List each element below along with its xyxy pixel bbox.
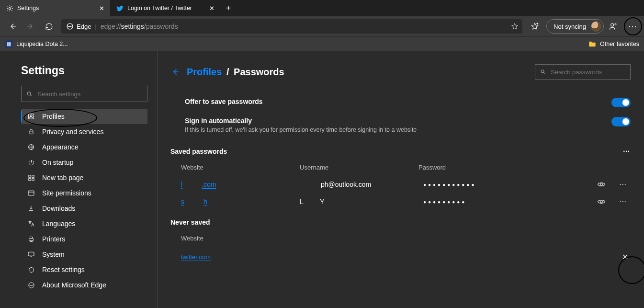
saved-passwords-more-button[interactable]: ⋯ [623,148,631,155]
nav-label: Profiles [42,113,65,120]
svg-point-2 [611,23,614,26]
svg-rect-11 [28,178,30,180]
settings-sidebar: Settings Profiles Privacy and services A… [0,51,158,308]
never-remove-button[interactable]: ✕ [619,251,631,263]
bookmark-liquipedia[interactable]: ▦ Liquipedia Dota 2... [5,40,68,48]
reveal-password-button[interactable] [597,198,616,205]
search-icon [540,68,546,75]
gear-icon [6,4,13,12]
more-menu-button[interactable]: ⋯ [628,18,638,35]
nav-label: Printers [42,235,65,243]
nav-printers[interactable]: Printers [21,231,147,247]
settings-nav: Profiles Privacy and services Appearance… [21,109,147,293]
address-separator: | [95,23,96,30]
nav-system[interactable]: System [21,247,147,262]
reveal-password-button[interactable] [597,181,616,188]
saved-passwords-heading: Saved passwords ⋯ [170,138,631,159]
other-favorites-label: Other favorites [600,41,639,47]
tab-settings[interactable]: Settings ✕ [0,0,110,16]
svg-rect-15 [28,252,34,256]
address-url: edge://settings/passwords [101,23,178,30]
refresh-button[interactable] [40,18,57,35]
edge-icon [27,282,35,289]
search-passwords-field[interactable] [551,68,625,76]
row-more-button[interactable]: ⋯ [616,181,631,188]
download-icon [27,205,35,212]
profile-avatar[interactable] [591,21,601,32]
tab-strip: Settings ✕ Login on Twitter / Twitter ✕ … [0,0,644,16]
tab-title: Settings [17,5,94,11]
breadcrumb-profiles-link[interactable]: Profiles [187,67,222,77]
nav-label: About Microsoft Edge [42,281,106,289]
nav-label: Languages [42,220,75,228]
grid-icon [27,174,35,182]
nav-startup[interactable]: On startup [21,155,147,170]
row-signin-auto: Sign in automatically If this is turned … [170,112,631,138]
never-saved-row: twitter.com ✕ [170,247,631,268]
forward-button[interactable] [22,18,39,35]
signin-auto-toggle[interactable] [611,117,631,126]
nav-newtab[interactable]: New tab page [21,170,147,185]
back-button[interactable] [4,18,21,35]
tab-close-icon[interactable]: ✕ [98,4,105,12]
reset-icon [27,266,35,274]
nav-downloads[interactable]: Downloads [21,201,147,216]
tab-twitter[interactable]: Login on Twitter / Twitter ✕ [110,0,220,16]
row-offer-save: Offer to save passwords [170,93,631,112]
never-table-header: Website [170,230,631,247]
nav-label: Reset settings [42,266,85,274]
search-settings-field[interactable] [38,91,142,98]
row-more-button[interactable]: ⋯ [616,198,631,205]
svg-point-0 [9,7,11,9]
user-feedback-button[interactable] [605,18,622,35]
main-panel: Profiles / Passwords Offer to save passw… [158,51,644,308]
svg-rect-13 [28,191,34,195]
nav-site-permissions[interactable]: Site permissions [21,185,147,201]
svg-rect-9 [28,175,30,177]
offer-save-toggle[interactable] [611,98,631,107]
nav-privacy[interactable]: Privacy and services [21,124,147,139]
breadcrumb: Profiles / Passwords [187,67,284,78]
svg-point-3 [615,23,616,25]
profile-icon [27,113,35,120]
svg-rect-12 [32,178,34,180]
signin-auto-label: Sign in automatically [185,117,417,125]
nav-reset[interactable]: Reset settings [21,262,147,277]
col-website: Website [181,164,300,171]
favorites-button[interactable] [526,18,543,35]
nav-about[interactable]: About Microsoft Edge [21,277,147,293]
never-website[interactable]: twitter.com [181,253,211,261]
search-icon [26,91,33,98]
other-favorites-button[interactable]: Other favorites [588,41,639,47]
tab-title: Login on Twitter / Twitter [127,5,204,11]
row-username: L Y [300,198,418,205]
col-password: Password [418,164,631,171]
appearance-icon [27,143,35,151]
tab-close-icon[interactable]: ✕ [208,4,215,12]
nav-profiles[interactable]: Profiles [21,109,147,124]
nav-label: System [42,251,65,258]
breadcrumb-back-button[interactable] [170,67,180,77]
printer-icon [27,236,35,243]
address-bar[interactable]: Edge | edge://settings/passwords [61,19,522,34]
settings-heading: Settings [21,64,147,77]
svg-point-19 [600,201,603,203]
bookmark-favicon: ▦ [5,40,12,48]
new-tab-button[interactable]: + [220,0,237,16]
system-icon [27,251,35,258]
svg-point-4 [27,91,31,95]
row-username: ph@outlook.com [300,181,418,188]
twitter-icon [116,4,124,12]
row-website[interactable]: l.com [181,181,300,188]
never-saved-heading: Never saved [170,211,631,230]
search-settings-input[interactable] [21,86,147,102]
password-row: l.com ph@outlook.com ●●●●●●●●●●● ⋯ [170,176,631,193]
search-passwords-input[interactable] [535,64,631,80]
favorite-star-icon[interactable] [511,23,519,30]
sync-status-chip[interactable]: Not syncing [546,19,604,34]
row-website[interactable]: sh [181,198,300,205]
nav-label: New tab page [42,174,83,182]
nav-appearance[interactable]: Appearance [21,139,147,155]
edge-identity-chip: Edge [66,23,91,30]
nav-languages[interactable]: Languages [21,216,147,231]
